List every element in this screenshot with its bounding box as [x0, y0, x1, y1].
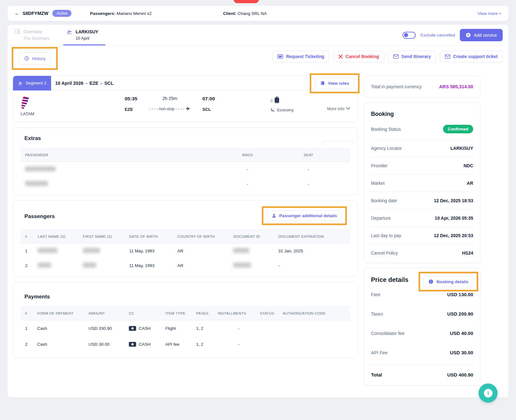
view-rules-button[interactable]: View rules — [315, 78, 354, 89]
price-row-api-fee: API Fee USD 30.00 — [371, 343, 473, 362]
redacted-document-id — [233, 263, 251, 268]
passengers-summary: Passengers: Mariano Menini x2 — [90, 11, 151, 16]
extras-row: - - — [21, 162, 350, 177]
price-row-total: Total USD 400.90 — [371, 365, 473, 380]
passengers-title: Passengers — [24, 213, 55, 220]
passengers-card: Passengers Passenger additional details … — [13, 200, 358, 277]
extras-title: Extras — [24, 135, 358, 142]
redacted-last-name — [38, 248, 57, 253]
main-panel: Overview Trip Summary LARKISUY 10 April … — [8, 25, 508, 397]
price-row-consolidator-fee: Consolidator fee USD 40.00 — [371, 323, 473, 343]
ticket-icon — [277, 54, 283, 59]
book-icon — [320, 81, 325, 86]
segment-date-route: 10 April 2026 - EZE › SCL — [55, 81, 114, 86]
extras-table-header: PASSENGER BAGS SEAT — [21, 148, 350, 162]
payment-total-label: Total in payment currency — [371, 84, 422, 89]
request-ticketing-button[interactable]: Request Ticketing — [272, 51, 329, 62]
seat-icon — [270, 108, 275, 112]
x-icon — [338, 54, 343, 59]
booking-row-market: Market AR — [371, 175, 473, 192]
booking-row-status: Booking Status Confirmed — [371, 119, 473, 140]
person-icon — [272, 213, 276, 218]
client-value: Chang SRL NA — [238, 11, 267, 16]
highlight-view-rules: View rules — [310, 73, 360, 93]
flight-takeoff-icon — [18, 81, 23, 85]
tab-bar: Overview Trip Summary LARKISUY 10 April … — [8, 25, 508, 46]
payments-title: Payments — [24, 294, 358, 300]
notification-toast — [234, 0, 259, 3]
more-info-link[interactable]: More info — [327, 106, 350, 111]
tab-segment-subtitle: 10 April — [76, 36, 98, 41]
baggage-cabin-block: 0 Economy — [270, 96, 294, 112]
flight-times: 05:35 EZE 2h 25m - - - - non-stop - - - … — [125, 96, 215, 112]
redacted-document-id — [233, 248, 249, 253]
payment-row: 1 Cash USD 330.90 CASH Flight 1, 2 - — [21, 320, 350, 336]
flight-takeoff-icon — [66, 29, 72, 35]
tab-overview-subtitle: Trip Summary — [23, 36, 49, 41]
passengers-table-header: # LAST NAME (S) FIRST NAME (S) DATE OF B… — [21, 230, 350, 243]
info-icon: i — [484, 389, 493, 397]
toolbar-row: History Request Ticketing Cancel Booking — [8, 46, 508, 70]
status-badge: Active — [52, 10, 71, 17]
tab-overview-title: Overview — [23, 29, 49, 34]
booking-row-cancel-policy: Cancel Policy HS24 — [371, 244, 473, 262]
view-more-link[interactable]: View more + — [478, 11, 501, 16]
confirmed-badge: Confirmed — [443, 125, 473, 133]
flight-row: LATAM 05:35 EZE 2h 25m - - - - non-stop … — [13, 90, 358, 122]
redacted-first-name — [83, 263, 96, 268]
highlight-history: History — [12, 47, 58, 70]
chevron-right-icon: › — [101, 81, 102, 86]
booking-row-provider: Provider NDC — [371, 157, 473, 175]
toggle-knob — [404, 33, 408, 37]
payment-total-value: ARS 585,314.00 — [439, 84, 473, 89]
envelope-icon — [445, 54, 450, 59]
stops-text: - - - - non-stop - - - - — [149, 107, 184, 111]
plus-circle-icon — [466, 32, 471, 38]
help-info-fab[interactable]: i — [479, 383, 498, 403]
cash-icon — [129, 342, 136, 347]
booking-reference: S8DFYMZW — [23, 11, 48, 16]
booking-info-card: Booking Booking Status Confirmed Agency … — [364, 102, 480, 263]
suitcase-icon — [274, 96, 280, 104]
passengers-value: Mariano Menini x2 — [116, 11, 151, 16]
booking-row-agency-locator: Agency Locator LARKISUY — [371, 140, 473, 157]
send-itinerary-button[interactable]: Send Itinerary — [388, 51, 436, 62]
exclude-cancelled-toggle[interactable] — [402, 32, 416, 39]
history-button[interactable]: History — [19, 52, 51, 64]
booking-header-bar: ← S8DFYMZW Active Passengers: Mariano Me… — [8, 6, 508, 21]
redacted-first-name — [83, 248, 100, 253]
cabin-class: Economy — [277, 108, 294, 112]
booking-row-booking-date: Booking date 12 Dec, 2025 18:53 — [371, 192, 473, 210]
cut-off-control — [323, 141, 353, 145]
booking-title: Booking — [371, 111, 473, 117]
latam-logo — [21, 96, 29, 109]
tab-overview[interactable]: Overview Trip Summary — [13, 25, 50, 45]
highlight-passenger-details: Passenger additional details — [262, 206, 347, 225]
payment-total-card: Total in payment currency ARS 585,314.00 — [364, 76, 480, 98]
plane-icon — [186, 106, 190, 111]
airline-name: LATAM — [21, 111, 125, 116]
segment-tab[interactable]: Segment 1 — [13, 76, 51, 90]
tab-segment-title: LARKISUY — [76, 29, 98, 34]
client-summary: Client: Chang SRL NA — [223, 11, 267, 16]
departure-block: 05:35 EZE — [125, 96, 137, 112]
cash-icon — [129, 326, 136, 331]
back-arrow-icon[interactable]: ← — [15, 10, 20, 16]
create-support-ticket-button[interactable]: Create support ticket — [440, 51, 503, 62]
passengers-label: Passengers: — [90, 11, 115, 16]
payments-table-header: # FORM OF PAYMENT AMOUNT CC ITEM TYPE PA… — [21, 306, 350, 320]
booking-row-last-day-to-pay: Last day to pay 12 Dec, 2025 20:53 — [371, 227, 473, 244]
info-icon — [428, 279, 433, 284]
list-icon — [15, 29, 20, 34]
passenger-additional-details-button[interactable]: Passenger additional details — [267, 210, 342, 221]
segment-card: Segment 1 10 April 2026 - EZE › SCL — [13, 76, 358, 122]
add-service-button[interactable]: Add service — [460, 29, 503, 41]
booking-details-button[interactable]: Booking details — [423, 276, 473, 287]
cancel-booking-button[interactable]: Cancel Booking — [333, 51, 384, 62]
payments-card: Payments # FORM OF PAYMENT AMOUNT CC ITE… — [13, 282, 358, 358]
tab-segment[interactable]: LARKISUY 10 April — [65, 25, 100, 45]
redacted-passenger-name — [25, 166, 56, 171]
arrival-block: 07:00 SCL — [202, 96, 215, 112]
chevron-down-icon — [346, 107, 350, 110]
bags-count: 0 — [270, 99, 273, 103]
